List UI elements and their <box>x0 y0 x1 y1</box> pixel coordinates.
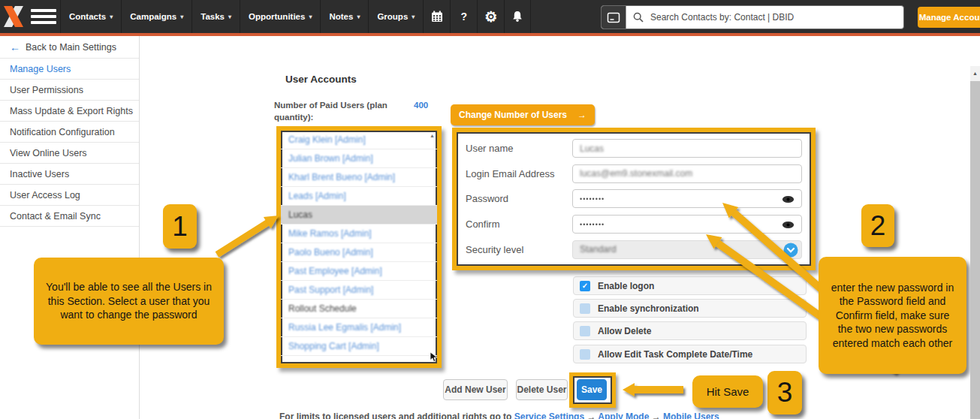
user-name: Paolo Bueno [Admin] <box>288 247 373 258</box>
bell-glyph <box>511 11 523 23</box>
footer-link[interactable]: Mobile Users <box>663 411 719 419</box>
sidebar-item-inactive-users[interactable]: Inactive Users <box>0 164 139 185</box>
sidebar-item-notification-configuration[interactable]: Notification Configuration <box>0 122 139 143</box>
list-item[interactable]: Mike Ramos [Admin] <box>281 225 437 243</box>
arrow-right-icon: → <box>577 110 586 120</box>
confirm-value: •••••••• <box>580 221 605 228</box>
page-title: User Accounts <box>285 74 357 85</box>
menu-groups-label: Groups <box>377 12 408 21</box>
scrollbar-thumb[interactable] <box>970 81 980 419</box>
paid-users-value: 400 <box>414 99 433 123</box>
add-new-user-button[interactable]: Add New User <box>443 379 508 400</box>
list-item[interactable]: Shopping Cart [Admin] <box>281 337 437 356</box>
menu-campaigns-label: Campaigns <box>130 12 176 21</box>
allow-delete-label: Allow Delete <box>598 326 651 336</box>
confirm-label: Confirm <box>466 219 572 230</box>
step-3-note: Hit Save <box>692 375 763 408</box>
gear-glyph: ⚙ <box>484 10 497 24</box>
email-value: lucas@em9.stonexmail.com <box>580 168 692 179</box>
chevron-down-icon: ▾ <box>412 14 415 20</box>
enable-synchronization-checkbox[interactable] <box>580 303 590 314</box>
sidebar-item-mass-update-export-rights[interactable]: Mass Update & Export Rights <box>0 101 139 122</box>
security-dropdown-chevron-icon[interactable] <box>783 243 798 258</box>
sidebar-item-contact-email-sync[interactable]: Contact & Email Sync <box>0 206 139 227</box>
list-item[interactable]: Julian Brown [Admin] <box>281 149 437 168</box>
list-item-selected[interactable]: Lucas <box>281 206 437 225</box>
user-details-form: User name Lucas Login Email Address luca… <box>452 128 816 270</box>
show-password-eye-icon[interactable] <box>782 195 795 203</box>
security-level-select[interactable]: Standard <box>572 240 802 259</box>
menu-groups[interactable]: Groups ▾ <box>368 0 423 33</box>
email-field[interactable]: lucas@em9.stonexmail.com <box>572 164 802 183</box>
back-arrow-icon: ← <box>10 41 20 53</box>
security-level-label: Security level <box>466 244 572 255</box>
search-input[interactable] <box>649 11 903 23</box>
allow-edit-task-complete-checkbox[interactable] <box>580 349 590 360</box>
footer-sep: → <box>584 411 598 419</box>
list-item[interactable]: Kharl Brent Bueno [Admin] <box>281 168 437 187</box>
sidebar-item-user-permissions[interactable]: User Permissions <box>0 80 139 101</box>
chevron-down-icon: ▾ <box>309 14 312 20</box>
footer-note: For limits to licensed users and additio… <box>279 411 775 419</box>
menu-campaigns[interactable]: Campaigns ▾ <box>121 0 191 33</box>
list-scroll-up-icon[interactable]: ▲ <box>430 133 435 138</box>
footer-link[interactable]: Service Settings <box>514 411 584 419</box>
footer-text: For limits to licensed users and additio… <box>279 411 514 419</box>
settings-sidebar: ← Back to Main Settings Manage Users Use… <box>0 36 140 419</box>
allow-delete-row: Allow Delete <box>573 321 807 340</box>
sidebar-item-user-access-log[interactable]: User Access Log <box>0 185 139 206</box>
search-icon <box>633 12 644 23</box>
chevron-down-icon: ▾ <box>180 14 183 20</box>
user-name: Rollout Schedule <box>288 303 357 314</box>
hamburger-menu-icon[interactable] <box>31 0 56 33</box>
sidebar-item-view-online-users[interactable]: View Online Users <box>0 143 139 164</box>
menu-opportunities-label: Opportunities <box>249 12 305 21</box>
username-value: Lucas <box>580 143 604 154</box>
list-item[interactable]: Past Employee [Admin] <box>281 262 437 281</box>
help-icon[interactable]: ? <box>450 0 477 33</box>
username-field[interactable]: Lucas <box>572 139 802 158</box>
salesnet-x-logo[interactable] <box>0 0 27 33</box>
delete-user-button[interactable]: Delete User <box>516 379 568 400</box>
confirm-password-field[interactable]: •••••••• <box>572 215 802 234</box>
security-level-value: Standard <box>580 244 617 255</box>
list-item[interactable]: Leads [Admin] <box>281 187 437 206</box>
list-item[interactable]: Past Support [Admin] <box>281 281 437 300</box>
list-item[interactable]: Paolo Bueno [Admin] <box>281 243 437 262</box>
mouse-cursor-icon <box>430 351 439 363</box>
back-to-main-settings-link[interactable]: ← Back to Main Settings <box>0 36 139 59</box>
sidebar-item-manage-users[interactable]: Manage Users <box>0 59 139 80</box>
list-item[interactable]: Rollout Schedule <box>281 300 437 318</box>
footer-sep: → <box>649 411 663 419</box>
enable-logon-checkbox[interactable]: ✓ <box>580 281 590 291</box>
search-field <box>626 6 903 29</box>
user-name: Past Employee [Admin] <box>288 266 382 276</box>
allow-delete-checkbox[interactable] <box>580 326 590 336</box>
save-button[interactable]: Save <box>577 379 607 400</box>
calendar-glyph <box>431 11 443 23</box>
menu-contacts[interactable]: Contacts ▾ <box>60 0 121 33</box>
calendar-icon[interactable] <box>423 0 450 33</box>
scrollbar-up-arrow[interactable]: ▲ <box>970 66 980 80</box>
bell-icon[interactable] <box>504 0 531 33</box>
menu-opportunities[interactable]: Opportunities ▾ <box>240 0 320 33</box>
list-item[interactable]: Russia Lee Egmalis [Admin] <box>281 318 437 337</box>
user-name: Kharl Brent Bueno [Admin] <box>288 172 395 182</box>
menu-notes[interactable]: Notes ▾ <box>320 0 368 33</box>
change-number-of-users-button[interactable]: Change Number of Users → <box>451 104 595 125</box>
user-name: Julian Brown [Admin] <box>288 153 373 164</box>
user-name: Past Support [Admin] <box>288 285 373 295</box>
gear-icon[interactable]: ⚙ <box>477 0 504 33</box>
menu-tasks[interactable]: Tasks ▾ <box>191 0 240 33</box>
user-name: Leads [Admin] <box>288 191 346 201</box>
password-field[interactable]: •••••••• <box>572 189 802 208</box>
search-box <box>601 5 904 29</box>
manage-account-button[interactable]: Manage Account <box>918 7 980 28</box>
allow-edit-task-complete-label: Allow Edit Task Complete Date/Time <box>598 349 752 360</box>
drive-icon[interactable] <box>602 6 626 29</box>
step-3-badge: 3 <box>767 371 802 414</box>
list-item[interactable]: Craig Klein [Admin] <box>281 131 437 149</box>
password-value: •••••••• <box>580 195 605 203</box>
show-confirm-eye-icon[interactable] <box>782 221 795 229</box>
footer-link[interactable]: Apply Mode <box>598 411 649 419</box>
